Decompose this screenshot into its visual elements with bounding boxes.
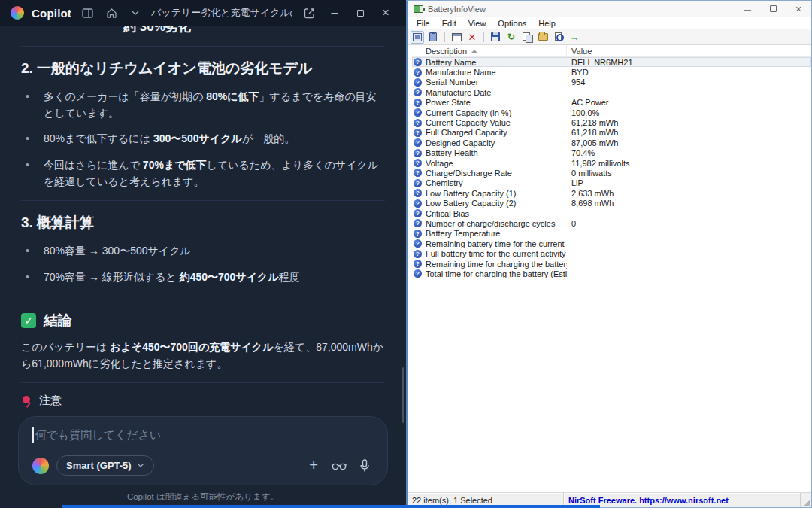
section-2-heading: 2. 一般的なリチウムイオン電池の劣化モデル bbox=[21, 59, 385, 78]
menu-file[interactable]: File bbox=[411, 18, 436, 29]
table-row[interactable]: Power StateAC Power bbox=[412, 98, 811, 108]
clipboard-icon[interactable] bbox=[426, 31, 440, 44]
maximize-button[interactable] bbox=[766, 4, 780, 14]
question-icon bbox=[414, 260, 422, 268]
battery-info-table[interactable]: Description Value Battery NameDELL NR6MH… bbox=[408, 45, 811, 492]
minimize-button[interactable] bbox=[325, 5, 344, 21]
question-icon bbox=[414, 129, 422, 137]
menu-help[interactable]: Help bbox=[532, 18, 562, 29]
table-row[interactable]: ChemistryLiP bbox=[412, 178, 811, 188]
toolbar-separator bbox=[444, 32, 445, 42]
microphone-icon[interactable] bbox=[356, 457, 374, 475]
table-row[interactable]: Voltage11,982 millivolts bbox=[412, 158, 811, 168]
copilot-app-name: Copilot bbox=[32, 7, 71, 20]
properties-window-icon[interactable] bbox=[450, 31, 463, 44]
refresh-icon[interactable]: ↻ bbox=[504, 31, 518, 44]
model-selector-button[interactable]: Smart (GPT-5) bbox=[56, 455, 154, 476]
text-cursor bbox=[32, 427, 34, 443]
sidebar-toggle-icon[interactable] bbox=[79, 5, 95, 21]
question-icon bbox=[414, 230, 422, 238]
biv-menubar: File Edit View Options Help bbox=[408, 17, 811, 29]
table-row[interactable]: Current Capacity (in %)100.0% bbox=[412, 108, 811, 117]
table-row[interactable]: Current Capacity Value61,218 mWh bbox=[412, 117, 811, 127]
question-icon bbox=[414, 169, 422, 177]
column-description[interactable]: Description bbox=[412, 45, 567, 56]
question-icon bbox=[414, 138, 422, 147]
save-icon[interactable] bbox=[489, 31, 502, 44]
table-row[interactable]: Manufacture NameBYD bbox=[412, 67, 811, 77]
taskbar-accent-strip bbox=[62, 505, 600, 508]
table-row[interactable]: Manufacture Date bbox=[412, 87, 811, 97]
delete-red-x-icon[interactable]: ✕ bbox=[465, 31, 479, 44]
table-row[interactable]: Number of charge/discharge cycles0 bbox=[412, 218, 811, 228]
table-row[interactable]: Critical Bias bbox=[412, 208, 811, 218]
question-icon bbox=[414, 199, 422, 208]
minimize-button[interactable] bbox=[741, 4, 754, 14]
copilot-logo-icon bbox=[32, 458, 49, 474]
resize-grip[interactable] bbox=[801, 493, 811, 507]
table-row[interactable]: Low Battery Capacity (1)2,633 mWh bbox=[412, 188, 811, 198]
close-button[interactable] bbox=[792, 4, 805, 14]
question-icon bbox=[414, 108, 422, 117]
biv-window-title: BatteryInfoView bbox=[428, 5, 736, 14]
maximize-button[interactable] bbox=[350, 5, 370, 21]
divider bbox=[21, 382, 385, 383]
pushpin-icon bbox=[21, 395, 33, 407]
question-icon bbox=[414, 189, 422, 197]
table-row[interactable]: Remaining battery time for the current a… bbox=[412, 239, 811, 248]
menu-options[interactable]: Options bbox=[492, 18, 532, 29]
bullet-item: 80%まで低下するには 300〜500サイクルが一般的。 bbox=[20, 131, 385, 148]
table-row[interactable]: Full Charged Capacity61,218 mWh bbox=[412, 128, 811, 138]
scrollbar-thumb[interactable] bbox=[402, 367, 404, 423]
table-row[interactable]: Charge/Discharge Rate0 milliwatts bbox=[412, 168, 811, 178]
menu-edit[interactable]: Edit bbox=[436, 18, 462, 29]
battery-app-icon bbox=[414, 5, 423, 13]
divider bbox=[21, 46, 385, 47]
note-heading: 注意 bbox=[21, 394, 385, 408]
conversation-title: バッテリー劣化と充電サイクルの推定 bbox=[151, 6, 292, 20]
batteryinfoview-window: BatteryInfoView File Edit View Options H… bbox=[406, 0, 812, 508]
table-row[interactable]: Battery Health70.4% bbox=[412, 148, 811, 158]
bullet-item: 70%容量 → 線形近似すると 約450〜700サイクル程度 bbox=[20, 269, 385, 286]
table-row[interactable]: Total time for charging the battery (Est… bbox=[412, 269, 811, 278]
question-icon bbox=[414, 239, 422, 248]
chat-input-placeholder[interactable]: 何でも質問してください bbox=[35, 428, 162, 443]
question-icon bbox=[414, 179, 422, 187]
attach-plus-icon[interactable] bbox=[304, 457, 323, 475]
question-icon bbox=[414, 209, 422, 217]
table-row[interactable]: Designed Capacity87,005 mWh bbox=[412, 138, 811, 148]
toolbar-separator bbox=[483, 32, 484, 42]
glasses-icon[interactable] bbox=[330, 457, 348, 475]
question-icon bbox=[414, 250, 422, 258]
new-chat-icon[interactable] bbox=[299, 5, 319, 21]
close-button[interactable] bbox=[376, 5, 395, 21]
menu-view[interactable]: View bbox=[462, 18, 492, 29]
question-icon bbox=[414, 88, 422, 96]
table-row[interactable]: Low Battery Capacity (2)8,698 mWh bbox=[412, 198, 811, 208]
bullet-item: 多くのメーカーは「容量が初期の 80%に低下」するまでを寿命の目安としています。 bbox=[20, 89, 385, 121]
section-3-bullets: 80%容量 → 300〜500サイクル 70%容量 → 線形近似すると 約450… bbox=[20, 243, 386, 285]
chevron-down-icon[interactable] bbox=[127, 5, 144, 21]
table-row[interactable]: Remaining time for charging the battery … bbox=[412, 259, 811, 269]
copilot-logo-icon bbox=[11, 6, 24, 20]
model-selector-label: Smart (GPT-5) bbox=[66, 460, 132, 471]
chat-input-box[interactable]: 何でも質問してください Smart (GPT-5) bbox=[18, 416, 388, 485]
open-folder-icon[interactable] bbox=[536, 31, 550, 44]
table-row[interactable]: Battery Temperature bbox=[412, 229, 811, 239]
home-icon[interactable] bbox=[103, 5, 120, 21]
exit-icon[interactable]: → bbox=[568, 31, 581, 44]
table-row[interactable]: Full battery time for the current activi… bbox=[412, 248, 811, 258]
chat-scroll-area[interactable]: 約 30%劣化 2. 一般的なリチウムイオン電池の劣化モデル 多くのメーカーは「… bbox=[0, 26, 406, 410]
column-value[interactable]: Value bbox=[567, 45, 811, 56]
question-icon bbox=[414, 119, 422, 127]
copy-icon[interactable] bbox=[520, 31, 534, 44]
table-row[interactable]: Serial Number954 bbox=[412, 78, 811, 87]
check-icon bbox=[21, 313, 36, 328]
question-icon bbox=[414, 149, 422, 157]
find-icon[interactable] bbox=[552, 31, 565, 44]
divider bbox=[21, 200, 385, 201]
screen: Copilot バッテリー劣化と充電サイクルの推定 約 3 bbox=[0, 0, 812, 508]
table-row[interactable]: Battery NameDELL NR6MH21 bbox=[412, 57, 811, 67]
table-header[interactable]: Description Value bbox=[412, 45, 811, 57]
battery-report-icon[interactable] bbox=[411, 31, 424, 44]
